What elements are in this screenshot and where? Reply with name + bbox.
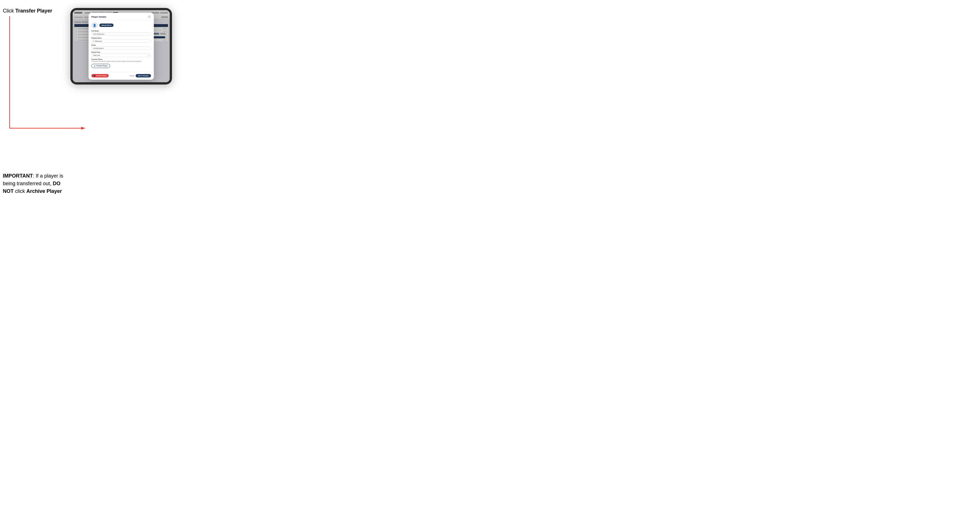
email-input[interactable]: chris@clippd.io <box>91 46 151 50</box>
avatar: 👤 <box>91 22 98 29</box>
modal-overlay: Player Details × 👤 Upload Photo <box>73 10 170 82</box>
modal-body: 👤 Upload Photo Full Name Chris Robertson… <box>89 21 154 72</box>
important-label: IMPORTANT <box>3 173 33 179</box>
email-group: Email chris@clippd.io <box>91 44 151 50</box>
full-name-group: Full Name Chris Robertson <box>91 30 151 36</box>
archive-btn-label: Archive Player <box>96 75 107 76</box>
transfer-btn-label: Transfer Player <box>96 65 108 67</box>
instruction-click-text: Click Transfer Player <box>3 8 52 14</box>
email-value: chris@clippd.io <box>93 48 103 49</box>
school-year-select[interactable]: Sixth Year ▾ <box>91 54 151 57</box>
modal-footer: ⬛ Archive Player Cancel Save Changes <box>89 72 154 80</box>
avatar-section: 👤 Upload Photo <box>91 22 151 29</box>
transfer-icon: ⟳ <box>94 65 95 67</box>
school-year-label: School Year <box>91 51 151 53</box>
instruction-click-prefix: Click <box>3 8 15 14</box>
display-name-label: Display Name <box>91 37 151 39</box>
tablet-device: Update Roster <box>70 8 172 84</box>
display-name-group: Display Name C. Robertson <box>91 37 151 43</box>
archive-icon: ⬛ <box>93 75 95 76</box>
do-not-text: click <box>14 188 26 194</box>
school-year-group: School Year Sixth Year ▾ <box>91 51 151 57</box>
transfer-player-section: Transfer Player If this player has moved… <box>91 59 151 68</box>
transfer-player-label: Transfer Player <box>91 59 151 60</box>
chevron-down-icon: ▾ <box>148 54 149 56</box>
display-name-input[interactable]: C. Robertson <box>91 40 151 43</box>
transfer-player-button[interactable]: ⟳ Transfer Player <box>91 64 110 68</box>
modal-header: Player Details × <box>89 13 154 21</box>
save-changes-button[interactable]: Save Changes <box>136 74 151 78</box>
transfer-player-description: If this player has moved to another scho… <box>91 61 151 62</box>
display-name-value: C. Robertson <box>93 40 102 42</box>
player-details-modal: Player Details × 👤 Upload Photo <box>89 13 154 79</box>
cancel-button[interactable]: Cancel <box>129 75 134 76</box>
full-name-value: Chris Robertson <box>93 33 105 35</box>
close-icon: × <box>149 16 150 17</box>
instruction-bottom-text: IMPORTANT: If a player is being transfer… <box>3 172 68 195</box>
tablet-screen: Update Roster <box>73 10 170 82</box>
school-year-value: Sixth Year <box>93 54 100 56</box>
user-icon: 👤 <box>93 24 96 27</box>
full-name-input[interactable]: Chris Robertson <box>91 32 151 36</box>
svg-marker-2 <box>81 127 86 130</box>
upload-photo-button[interactable]: Upload Photo <box>99 24 113 27</box>
modal-close-button[interactable]: × <box>148 15 151 18</box>
archive-player-label: Archive Player <box>26 188 62 194</box>
full-name-label: Full Name <box>91 30 151 32</box>
email-label: Email <box>91 44 151 46</box>
modal-title: Player Details <box>91 16 106 18</box>
instruction-click-bold: Transfer Player <box>15 8 52 14</box>
archive-player-button[interactable]: ⬛ Archive Player <box>91 74 109 78</box>
